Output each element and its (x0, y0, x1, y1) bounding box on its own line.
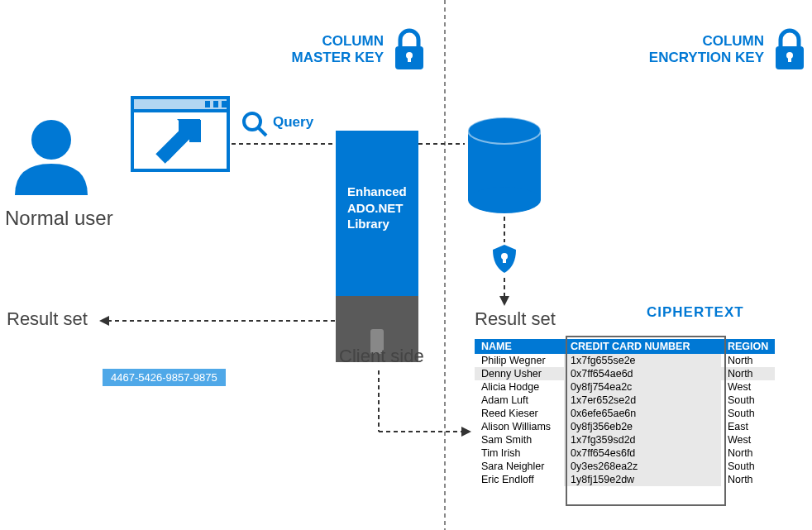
cell-name: Philip Wegner (475, 354, 564, 367)
table-row: Denny Usher0x7ff654ae6dNorth (475, 367, 775, 380)
table-row: Sam Smith1x7fg359sd2dWest (475, 433, 775, 446)
cell-name: Alison Williams (475, 420, 564, 433)
cell-cc: 0x6efe65ae6n (564, 407, 721, 420)
cell-name: Adam Luft (475, 394, 564, 407)
cell-region: South (721, 394, 775, 407)
cell-cc: 0y8fj754ea2c (564, 380, 721, 394)
table-row: Alison Williams0y8fj356eb2eEast (475, 420, 775, 433)
table-row: Tim Irish0x7ff654es6fdNorth (475, 446, 775, 460)
svg-marker-29 (499, 296, 509, 306)
cell-region: South (721, 460, 775, 473)
cell-name: Denny Usher (475, 367, 564, 380)
col-name-header: NAME (475, 339, 564, 354)
svg-marker-34 (461, 427, 471, 437)
cell-region: West (721, 380, 775, 394)
cell-name: Sam Smith (475, 433, 564, 446)
cell-region: West (721, 433, 775, 446)
table-row: Adam Luft1x7er652se2dSouth (475, 394, 775, 407)
cell-name: Sara Neighler (475, 460, 564, 473)
col-cc-header: CREDIT CARD NUMBER (564, 339, 721, 354)
result-table: NAME CREDIT CARD NUMBER REGION Philip We… (475, 339, 775, 486)
cell-region: East (721, 420, 775, 433)
cell-cc: 0y8fj356eb2e (564, 420, 721, 433)
cell-cc: 0x7ff654es6fd (564, 446, 721, 460)
table-row: Eric Endloff1y8fj159e2dwNorth (475, 473, 775, 486)
cell-name: Reed Kieser (475, 407, 564, 420)
cell-region: North (721, 367, 775, 380)
table-row: Sara Neighler0y3es268ea2zSouth (475, 460, 775, 473)
diagram-container: COLUMN MASTER KEY COLUMN ENCRYTION KEY N… (0, 0, 812, 530)
cell-cc: 0x7ff654ae6d (564, 367, 721, 380)
svg-marker-31 (99, 316, 109, 326)
cell-cc: 1x7fg655se2e (564, 354, 721, 367)
cell-cc: 1y8fj159e2dw (564, 473, 721, 486)
cell-cc: 1x7fg359sd2d (564, 433, 721, 446)
cell-region: North (721, 473, 775, 486)
cell-name: Tim Irish (475, 446, 564, 460)
cell-region: North (721, 354, 775, 367)
cell-cc: 0y3es268ea2z (564, 460, 721, 473)
cell-name: Eric Endloff (475, 473, 564, 486)
table-row: Philip Wegner1x7fg655se2eNorth (475, 354, 775, 367)
cell-name: Alicia Hodge (475, 380, 564, 394)
col-region-header: REGION (721, 339, 775, 354)
table-row: Reed Kieser0x6efe65ae6nSouth (475, 407, 775, 420)
table-row: Alicia Hodge0y8fj754ea2cWest (475, 380, 775, 394)
cell-region: South (721, 407, 775, 420)
cell-region: North (721, 446, 775, 460)
cell-cc: 1x7er652se2d (564, 394, 721, 407)
